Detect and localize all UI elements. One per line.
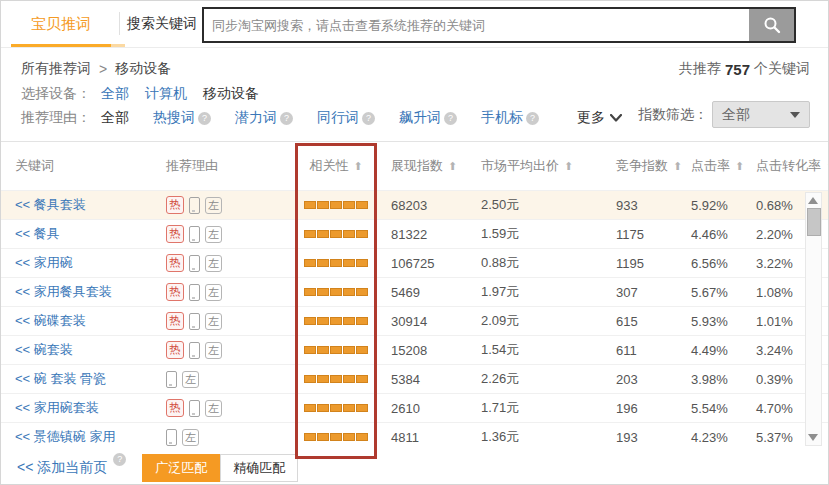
- table-row: << 餐具套装热左682032.50元9335.92%0.68%: [1, 191, 828, 220]
- sort-ascending-icon[interactable]: ⬆: [735, 160, 744, 173]
- chevron-down-icon: [610, 114, 622, 122]
- column-header-label: 点击转化率: [756, 157, 821, 175]
- column-header-0: 关键词: [1, 157, 156, 175]
- help-icon[interactable]: ?: [113, 453, 126, 466]
- relevance-block: [343, 404, 355, 412]
- keyword-tool-panel: 宝贝推词 搜索关键词 所有推荐词 > 移动设备 共推荐 757 个关键词 选择设…: [0, 0, 829, 485]
- relevance-cell: [296, 317, 376, 325]
- column-header-2[interactable]: 相关性⬆: [296, 157, 376, 175]
- help-icon[interactable]: ?: [198, 112, 211, 125]
- competition-index-cell: 193: [601, 430, 681, 445]
- summary-prefix: 共推荐: [679, 60, 721, 78]
- keyword-link[interactable]: << 碗套装: [15, 341, 73, 359]
- column-header-7[interactable]: 点击转化率⬆: [751, 157, 827, 175]
- mobile-phone-icon: [166, 429, 177, 446]
- search-button[interactable]: [749, 9, 794, 41]
- relevance-block: [356, 317, 368, 325]
- keyword-link[interactable]: << 景德镇碗 家用: [15, 428, 115, 446]
- relevance-block: [356, 201, 368, 209]
- reason-cell: 左: [156, 371, 296, 388]
- relevance-block: [343, 375, 355, 383]
- relevance-block: [343, 288, 355, 296]
- impression-index-cell: 68203: [376, 198, 466, 213]
- search-input[interactable]: [204, 9, 749, 41]
- keyword-link[interactable]: << 家用碗: [15, 254, 73, 272]
- competition-index-cell: 1195: [601, 256, 681, 271]
- column-header-label: 展现指数: [391, 157, 443, 175]
- device-option-0[interactable]: 全部: [101, 85, 129, 103]
- relevance-block: [304, 317, 316, 325]
- tab-bar: 宝贝推词 搜索关键词: [1, 1, 828, 48]
- reason-option-4[interactable]: 飙升词?: [399, 109, 457, 127]
- hot-badge: 热: [166, 341, 184, 359]
- exact-match-button[interactable]: 精确匹配: [220, 454, 298, 482]
- help-icon[interactable]: ?: [526, 112, 539, 125]
- add-page-label: 添加当前页: [37, 459, 107, 475]
- keyword-link[interactable]: << 家用碗套装: [15, 399, 99, 417]
- relevance-block: [330, 288, 342, 296]
- hot-badge: 热: [166, 196, 184, 214]
- relevance-block: [317, 375, 329, 383]
- reason-option-1[interactable]: 热搜词?: [153, 109, 211, 127]
- reason-option-2[interactable]: 潜力词?: [235, 109, 293, 127]
- relevance-cell: [296, 433, 376, 441]
- keyword-cell: << 碗 套装 骨瓷: [1, 370, 156, 388]
- mobile-phone-icon: [189, 313, 200, 330]
- column-header-1: 推荐理由: [156, 157, 296, 175]
- tab-item-keyword-recommend[interactable]: 宝贝推词: [9, 1, 113, 46]
- keyword-link[interactable]: << 餐具: [15, 225, 60, 243]
- relevance-block: [317, 259, 329, 267]
- reason-option-5[interactable]: 手机标?: [481, 109, 539, 127]
- keyword-link[interactable]: << 碗 套装 骨瓷: [15, 370, 106, 388]
- left-badge: 左: [205, 197, 222, 214]
- help-icon[interactable]: ?: [280, 112, 293, 125]
- help-icon[interactable]: ?: [362, 112, 375, 125]
- avg-market-price-cell: 2.50元: [466, 196, 601, 214]
- relevance-block: [304, 375, 316, 383]
- competition-index-cell: 1175: [601, 227, 681, 242]
- sort-ascending-icon[interactable]: ⬆: [564, 160, 573, 173]
- scroll-down-arrow-icon[interactable]: [808, 434, 818, 441]
- reason-option-3[interactable]: 同行词?: [317, 109, 375, 127]
- avg-market-price-cell: 1.59元: [466, 225, 601, 243]
- keyword-link[interactable]: << 餐具套装: [15, 196, 86, 214]
- scroll-up-arrow-icon[interactable]: [808, 197, 818, 204]
- device-option-1[interactable]: 计算机: [145, 85, 187, 103]
- device-option-2[interactable]: 移动设备: [203, 85, 259, 103]
- add-current-page-link[interactable]: << 添加当前页: [17, 459, 107, 477]
- column-header-3[interactable]: 展现指数⬆: [376, 157, 466, 175]
- reason-cell: 热左: [156, 399, 296, 417]
- relevance-block: [330, 201, 342, 209]
- scrollbar-thumb[interactable]: [807, 208, 821, 236]
- relevance-block: [356, 433, 368, 441]
- avg-market-price-cell: 1.71元: [466, 399, 601, 417]
- keyword-cell: << 景德镇碗 家用: [1, 428, 156, 446]
- breadcrumb-root[interactable]: 所有推荐词: [21, 60, 91, 78]
- left-badge: 左: [205, 342, 222, 359]
- broad-match-button[interactable]: 广泛匹配: [142, 454, 220, 482]
- more-filters-button[interactable]: 更多: [577, 109, 622, 127]
- tab-search-keywords[interactable]: 搜索关键词: [121, 1, 203, 46]
- device-options: 全部计算机移动设备: [101, 85, 275, 103]
- reason-option-0[interactable]: 全部: [101, 109, 129, 127]
- column-header-5[interactable]: 竞争指数⬆: [601, 157, 681, 175]
- relevance-block: [343, 317, 355, 325]
- table-scrollbar[interactable]: [805, 192, 822, 446]
- index-filter-dropdown[interactable]: 全部: [712, 101, 810, 128]
- impression-index-cell: 15208: [376, 343, 466, 358]
- table-row: << 碗套装热左152081.54元6114.49%3.24%: [1, 336, 828, 365]
- keyword-link[interactable]: << 家用餐具套装: [15, 283, 112, 301]
- column-header-6[interactable]: 点击率⬆: [681, 157, 751, 175]
- sort-ascending-icon[interactable]: ⬆: [353, 160, 362, 173]
- help-icon[interactable]: ?: [444, 112, 457, 125]
- keyword-link[interactable]: << 碗碟套装: [15, 312, 86, 330]
- sort-ascending-icon[interactable]: ⬆: [448, 160, 457, 173]
- hot-badge: 热: [166, 283, 184, 301]
- relevance-bar: [304, 317, 368, 325]
- relevance-cell: [296, 375, 376, 383]
- relevance-bar: [304, 375, 368, 383]
- relevance-block: [317, 230, 329, 238]
- column-header-4[interactable]: 市场平均出价⬆: [466, 157, 601, 175]
- relevance-bar: [304, 346, 368, 354]
- footer-bar: << 添加当前页 ? 广泛匹配 精确匹配: [1, 451, 828, 484]
